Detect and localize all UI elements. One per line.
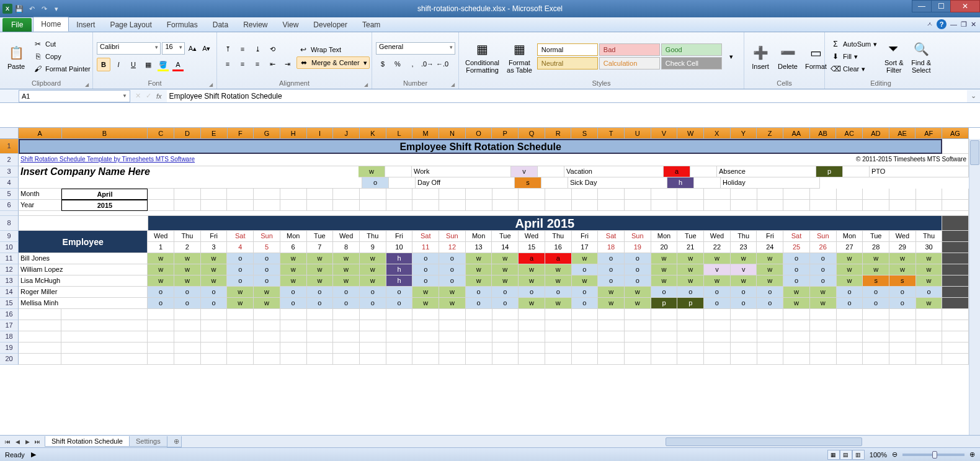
style-calculation[interactable]: Calculation [599, 57, 660, 69]
name-box[interactable]: A1▼ [19, 90, 130, 102]
row-header-5[interactable]: 5 [0, 189, 19, 200]
zoom-slider[interactable] [902, 454, 964, 456]
font-name-select[interactable]: Calibri [97, 42, 161, 55]
ribbon-tab-team[interactable]: Team [355, 18, 388, 32]
sheet-tab-new[interactable]: ⊕ [167, 436, 182, 447]
format-as-table-button[interactable]: ▦ Format as Table [504, 34, 535, 79]
autosum-button[interactable]: ΣAutoSum▾ [829, 38, 879, 50]
row-header-18[interactable]: 18 [0, 331, 19, 342]
col-header-D[interactable]: D [174, 128, 201, 139]
row-header-13[interactable]: 13 [0, 275, 19, 287]
ribbon-tab-view[interactable]: View [275, 18, 306, 32]
wrap-text-button[interactable]: ↩Wrap Text [296, 44, 370, 55]
fx-icon[interactable]: fx [156, 92, 162, 100]
cancel-formula-icon[interactable]: ✕ [135, 92, 141, 100]
select-all-corner[interactable] [0, 128, 19, 139]
align-right-icon[interactable]: ≡ [251, 57, 264, 71]
col-header-O[interactable]: O [466, 128, 492, 139]
percent-icon[interactable]: % [391, 57, 404, 71]
horizontal-scrollbar[interactable] [194, 437, 980, 447]
qat-redo-icon[interactable]: ↷ [38, 3, 50, 14]
minimize-button[interactable]: — [912, 0, 932, 12]
ribbon-tab-developer[interactable]: Developer [306, 18, 355, 32]
sheet-nav-first-icon[interactable]: ⏮ [2, 437, 12, 447]
zoom-thumb[interactable] [932, 451, 937, 459]
help-icon[interactable]: ? [937, 19, 947, 29]
col-header-J[interactable]: J [333, 128, 360, 139]
sheet-tab-active[interactable]: Shift Rotation Schedule [45, 436, 130, 447]
number-dialog-icon[interactable]: ◢ [451, 82, 455, 87]
align-top-icon[interactable]: ⤒ [221, 42, 234, 56]
style-normal[interactable]: Normal [537, 43, 598, 56]
col-header-T[interactable]: T [598, 128, 625, 139]
sheet-nav-last-icon[interactable]: ⏭ [32, 437, 42, 447]
zoom-level[interactable]: 100% [870, 451, 887, 459]
zoom-in-icon[interactable]: ⊕ [969, 450, 975, 459]
row-header-20[interactable]: 20 [0, 354, 19, 365]
col-header-Y[interactable]: Y [731, 128, 757, 139]
col-header-AD[interactable]: AD [863, 128, 889, 139]
ribbon-tab-home[interactable]: Home [33, 17, 69, 32]
column-headers[interactable]: ABCDEFGHIJKLMNOPQRSTUVWXYZAAABACADAEAFAG [19, 128, 969, 139]
cells-area[interactable]: Employee Shift Rotation ScheduleShift Ro… [19, 139, 969, 365]
dec-decimal-icon[interactable]: ←.0 [435, 57, 449, 71]
align-middle-icon[interactable]: ≡ [236, 42, 249, 56]
row-header-9[interactable]: 9 [0, 231, 19, 242]
shrink-font-icon[interactable]: A▾ [200, 42, 213, 55]
file-tab[interactable]: File [2, 18, 32, 32]
ribbon-minimize-icon[interactable]: ㅅ [927, 20, 933, 29]
col-header-L[interactable]: L [386, 128, 413, 139]
row-header-1[interactable]: 1 [0, 139, 19, 154]
col-header-Z[interactable]: Z [757, 128, 783, 139]
col-header-AA[interactable]: AA [783, 128, 810, 139]
row-header-14[interactable]: 14 [0, 287, 19, 298]
col-header-G[interactable]: G [254, 128, 280, 139]
align-dialog-icon[interactable]: ◢ [364, 82, 368, 87]
col-header-S[interactable]: S [571, 128, 598, 139]
zoom-out-icon[interactable]: ⊖ [892, 450, 898, 459]
view-layout-icon[interactable]: ▤ [840, 450, 852, 460]
maximize-button[interactable]: ☐ [931, 0, 951, 12]
ribbon-tab-data[interactable]: Data [205, 18, 236, 32]
qat-undo-icon[interactable]: ↶ [26, 3, 37, 14]
accept-formula-icon[interactable]: ✓ [146, 92, 151, 100]
workbook-restore-icon[interactable]: ❐ [961, 20, 967, 29]
delete-cells-button[interactable]: ➖Delete [775, 34, 800, 79]
expand-formula-icon[interactable]: ⌄ [967, 92, 980, 100]
font-color-button[interactable]: A [171, 58, 185, 71]
col-header-E[interactable]: E [201, 128, 228, 139]
style-bad[interactable]: Bad [599, 43, 660, 56]
styles-more-icon[interactable]: ▾ [724, 50, 738, 63]
qat-more-icon[interactable]: ▾ [51, 3, 62, 14]
worksheet-grid[interactable]: ABCDEFGHIJKLMNOPQRSTUVWXYZAAABACADAEAFAG… [0, 128, 980, 438]
formula-input[interactable] [167, 90, 967, 102]
clipboard-dialog-icon[interactable]: ◢ [85, 82, 89, 87]
col-header-A[interactable]: A [19, 128, 62, 139]
col-header-H[interactable]: H [280, 128, 307, 139]
col-header-F[interactable]: F [228, 128, 254, 139]
template-link[interactable]: Shift Rotation Schedule Template by Time… [19, 154, 326, 166]
row-header-6[interactable]: 6 [0, 200, 19, 211]
col-header-AF[interactable]: AF [915, 128, 942, 139]
hscroll-thumb[interactable] [666, 437, 862, 446]
macro-record-icon[interactable]: ▶ [31, 450, 36, 459]
sort-filter-button[interactable]: ⏷Sort & Filter [881, 34, 906, 79]
align-left-icon[interactable]: ≡ [221, 57, 234, 71]
col-header-R[interactable]: R [545, 128, 572, 139]
view-pagebreak-icon[interactable]: ▥ [852, 450, 865, 460]
conditional-formatting-button[interactable]: ▦ Conditional Formatting [463, 34, 502, 79]
row-header-17[interactable]: 17 [0, 320, 19, 331]
vscroll-thumb[interactable] [970, 140, 979, 165]
cut-button[interactable]: ✂Cut [31, 38, 92, 50]
sheet-nav-next-icon[interactable]: ▶ [22, 437, 32, 447]
paste-button[interactable]: 📋 Paste [4, 34, 29, 79]
row-header-19[interactable]: 19 [0, 342, 19, 354]
comma-icon[interactable]: , [406, 57, 419, 71]
copy-button[interactable]: ⎘Copy [31, 51, 92, 62]
sheet-nav-prev-icon[interactable]: ◀ [12, 437, 22, 447]
row-header-4[interactable]: 4 [0, 177, 19, 189]
ribbon-tab-review[interactable]: Review [236, 18, 275, 32]
col-header-I[interactable]: I [307, 128, 334, 139]
view-normal-icon[interactable]: ▦ [827, 450, 840, 460]
workbook-minimize-icon[interactable]: — [950, 20, 957, 28]
